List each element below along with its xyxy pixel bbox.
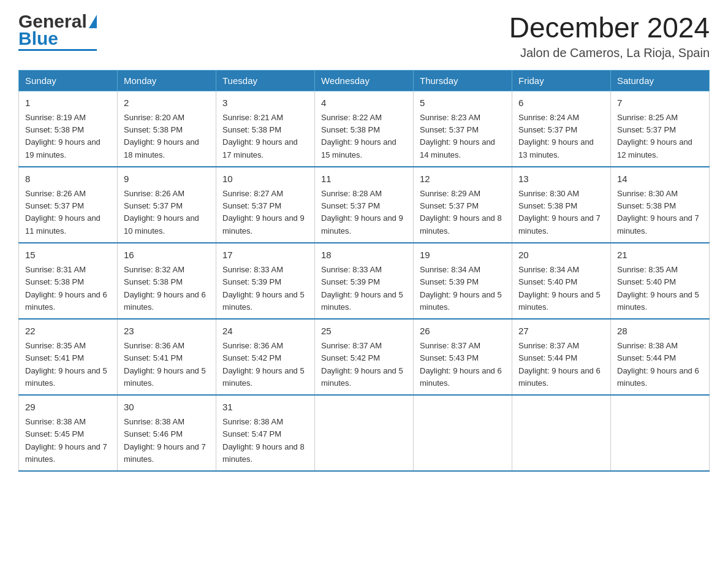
- calendar-cell: 23Sunrise: 8:36 AMSunset: 5:41 PMDayligh…: [118, 319, 216, 395]
- day-number: 21: [617, 248, 703, 262]
- day-number: 3: [222, 96, 308, 110]
- calendar-cell: 8Sunrise: 8:26 AMSunset: 5:37 PMDaylight…: [19, 167, 118, 243]
- calendar-cell: [611, 395, 710, 471]
- day-number: 17: [222, 248, 308, 262]
- day-number: 20: [518, 248, 604, 262]
- calendar-cell: 14Sunrise: 8:30 AMSunset: 5:38 PMDayligh…: [611, 167, 710, 243]
- calendar-cell: [512, 395, 611, 471]
- calendar-subtitle: Jalon de Cameros, La Rioja, Spain: [509, 46, 710, 60]
- day-info: Sunrise: 8:28 AMSunset: 5:37 PMDaylight:…: [321, 188, 407, 237]
- calendar-cell: 1Sunrise: 8:19 AMSunset: 5:38 PMDaylight…: [19, 91, 118, 167]
- day-number: 24: [222, 324, 308, 339]
- day-number: 22: [25, 324, 111, 339]
- day-number: 16: [124, 248, 210, 262]
- day-info: Sunrise: 8:38 AMSunset: 5:45 PMDaylight:…: [25, 416, 111, 465]
- day-info: Sunrise: 8:35 AMSunset: 5:41 PMDaylight:…: [25, 340, 111, 389]
- calendar-cell: 10Sunrise: 8:27 AMSunset: 5:37 PMDayligh…: [216, 167, 315, 243]
- day-info: Sunrise: 8:38 AMSunset: 5:44 PMDaylight:…: [617, 340, 703, 389]
- week-row-5: 29Sunrise: 8:38 AMSunset: 5:45 PMDayligh…: [19, 395, 710, 471]
- week-row-3: 15Sunrise: 8:31 AMSunset: 5:38 PMDayligh…: [19, 243, 710, 319]
- day-info: Sunrise: 8:32 AMSunset: 5:38 PMDaylight:…: [124, 264, 210, 313]
- weekday-header-saturday: Saturday: [611, 70, 710, 91]
- calendar-cell: 5Sunrise: 8:23 AMSunset: 5:37 PMDaylight…: [414, 91, 512, 167]
- day-number: 7: [617, 96, 703, 110]
- logo-underline: [18, 49, 97, 51]
- day-number: 11: [321, 172, 407, 186]
- logo-blue-text: Blue: [18, 29, 97, 48]
- calendar-cell: 22Sunrise: 8:35 AMSunset: 5:41 PMDayligh…: [19, 319, 118, 395]
- calendar-cell: 27Sunrise: 8:37 AMSunset: 5:44 PMDayligh…: [512, 319, 611, 395]
- day-info: Sunrise: 8:27 AMSunset: 5:37 PMDaylight:…: [222, 188, 308, 237]
- day-info: Sunrise: 8:20 AMSunset: 5:38 PMDaylight:…: [124, 112, 210, 161]
- day-number: 10: [222, 172, 308, 186]
- calendar-cell: 15Sunrise: 8:31 AMSunset: 5:38 PMDayligh…: [19, 243, 118, 319]
- day-info: Sunrise: 8:37 AMSunset: 5:44 PMDaylight:…: [518, 340, 604, 389]
- week-row-1: 1Sunrise: 8:19 AMSunset: 5:38 PMDaylight…: [19, 91, 710, 167]
- day-number: 29: [25, 400, 111, 415]
- day-number: 19: [420, 248, 506, 262]
- day-info: Sunrise: 8:29 AMSunset: 5:37 PMDaylight:…: [420, 188, 506, 237]
- calendar-cell: 29Sunrise: 8:38 AMSunset: 5:45 PMDayligh…: [19, 395, 118, 471]
- calendar-cell: 9Sunrise: 8:26 AMSunset: 5:37 PMDaylight…: [118, 167, 216, 243]
- day-info: Sunrise: 8:25 AMSunset: 5:37 PMDaylight:…: [617, 112, 703, 161]
- day-number: 9: [124, 172, 210, 186]
- calendar-cell: 24Sunrise: 8:36 AMSunset: 5:42 PMDayligh…: [216, 319, 315, 395]
- day-info: Sunrise: 8:26 AMSunset: 5:37 PMDaylight:…: [25, 188, 111, 237]
- day-info: Sunrise: 8:26 AMSunset: 5:37 PMDaylight:…: [124, 188, 210, 237]
- calendar-table: SundayMondayTuesdayWednesdayThursdayFrid…: [18, 70, 710, 472]
- calendar-cell: 4Sunrise: 8:22 AMSunset: 5:38 PMDaylight…: [315, 91, 414, 167]
- week-row-4: 22Sunrise: 8:35 AMSunset: 5:41 PMDayligh…: [19, 319, 710, 395]
- weekday-header-thursday: Thursday: [414, 70, 512, 91]
- day-info: Sunrise: 8:36 AMSunset: 5:42 PMDaylight:…: [222, 340, 308, 389]
- day-info: Sunrise: 8:24 AMSunset: 5:37 PMDaylight:…: [518, 112, 604, 161]
- calendar-cell: 20Sunrise: 8:34 AMSunset: 5:40 PMDayligh…: [512, 243, 611, 319]
- day-number: 14: [617, 172, 703, 186]
- day-info: Sunrise: 8:31 AMSunset: 5:38 PMDaylight:…: [25, 264, 111, 313]
- day-number: 26: [420, 324, 506, 339]
- calendar-header-row: SundayMondayTuesdayWednesdayThursdayFrid…: [19, 70, 710, 91]
- calendar-cell: 12Sunrise: 8:29 AMSunset: 5:37 PMDayligh…: [414, 167, 512, 243]
- day-number: 12: [420, 172, 506, 186]
- calendar-cell: 2Sunrise: 8:20 AMSunset: 5:38 PMDaylight…: [118, 91, 216, 167]
- calendar-cell: 30Sunrise: 8:38 AMSunset: 5:46 PMDayligh…: [118, 395, 216, 471]
- day-number: 15: [25, 248, 111, 262]
- calendar-cell: 21Sunrise: 8:35 AMSunset: 5:40 PMDayligh…: [611, 243, 710, 319]
- calendar-cell: 19Sunrise: 8:34 AMSunset: 5:39 PMDayligh…: [414, 243, 512, 319]
- day-number: 6: [518, 96, 604, 110]
- calendar-cell: 7Sunrise: 8:25 AMSunset: 5:37 PMDaylight…: [611, 91, 710, 167]
- calendar-cell: [414, 395, 512, 471]
- day-number: 8: [25, 172, 111, 186]
- calendar-cell: 18Sunrise: 8:33 AMSunset: 5:39 PMDayligh…: [315, 243, 414, 319]
- day-info: Sunrise: 8:38 AMSunset: 5:46 PMDaylight:…: [124, 416, 210, 465]
- day-number: 18: [321, 248, 407, 262]
- day-info: Sunrise: 8:30 AMSunset: 5:38 PMDaylight:…: [518, 188, 604, 237]
- logo: General Blue: [18, 12, 97, 51]
- day-info: Sunrise: 8:21 AMSunset: 5:38 PMDaylight:…: [222, 112, 308, 161]
- logo-arrow-icon: [89, 15, 97, 28]
- calendar-cell: 13Sunrise: 8:30 AMSunset: 5:38 PMDayligh…: [512, 167, 611, 243]
- day-info: Sunrise: 8:38 AMSunset: 5:47 PMDaylight:…: [222, 416, 308, 465]
- week-row-2: 8Sunrise: 8:26 AMSunset: 5:37 PMDaylight…: [19, 167, 710, 243]
- calendar-cell: 26Sunrise: 8:37 AMSunset: 5:43 PMDayligh…: [414, 319, 512, 395]
- day-number: 27: [518, 324, 604, 339]
- day-number: 23: [124, 324, 210, 339]
- day-info: Sunrise: 8:33 AMSunset: 5:39 PMDaylight:…: [222, 264, 308, 313]
- day-number: 2: [124, 96, 210, 110]
- calendar-cell: [315, 395, 414, 471]
- calendar-title-block: December 2024 Jalon de Cameros, La Rioja…: [509, 12, 710, 60]
- weekday-header-wednesday: Wednesday: [315, 70, 414, 91]
- weekday-header-sunday: Sunday: [19, 70, 118, 91]
- day-number: 1: [25, 96, 111, 110]
- day-number: 30: [124, 400, 210, 415]
- calendar-cell: 28Sunrise: 8:38 AMSunset: 5:44 PMDayligh…: [611, 319, 710, 395]
- calendar-title: December 2024: [509, 12, 710, 44]
- day-info: Sunrise: 8:34 AMSunset: 5:39 PMDaylight:…: [420, 264, 506, 313]
- day-number: 25: [321, 324, 407, 339]
- day-info: Sunrise: 8:30 AMSunset: 5:38 PMDaylight:…: [617, 188, 703, 237]
- day-number: 5: [420, 96, 506, 110]
- day-info: Sunrise: 8:37 AMSunset: 5:43 PMDaylight:…: [420, 340, 506, 389]
- day-info: Sunrise: 8:22 AMSunset: 5:38 PMDaylight:…: [321, 112, 407, 161]
- day-number: 4: [321, 96, 407, 110]
- day-number: 28: [617, 324, 703, 339]
- day-info: Sunrise: 8:19 AMSunset: 5:38 PMDaylight:…: [25, 112, 111, 161]
